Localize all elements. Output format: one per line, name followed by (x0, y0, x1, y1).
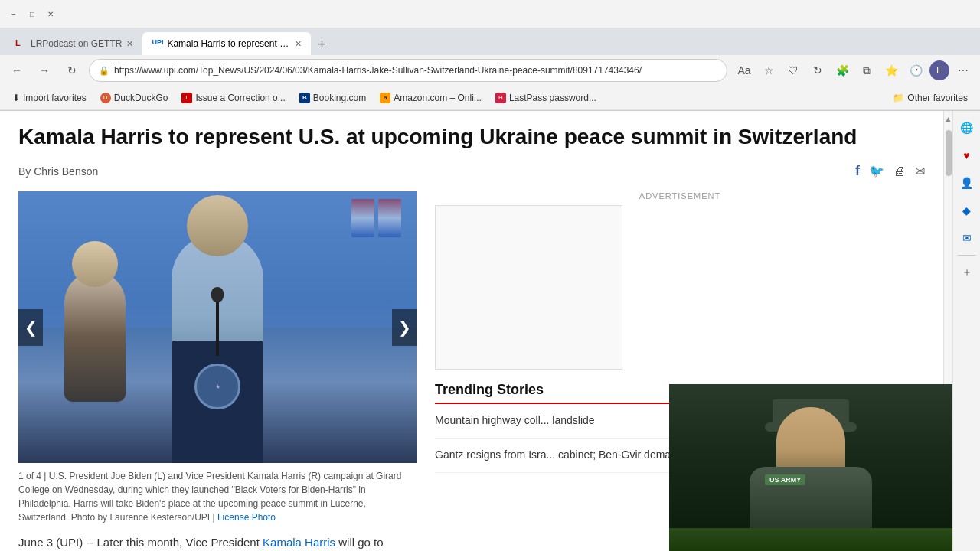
refresh-sync-button[interactable]: ↻ (807, 60, 828, 81)
bookmark-duckduckgo[interactable]: D DuckDuckGo (94, 90, 175, 106)
video-shoulders: US ARMY (750, 467, 872, 528)
forward-button[interactable]: → (34, 60, 55, 81)
settings-button[interactable]: ⋯ (952, 60, 974, 81)
address-text: https://www.upi.com/Top_News/US/2024/06/… (114, 65, 717, 76)
slide-next-button[interactable]: ❯ (392, 309, 416, 346)
sidebar-icon-email[interactable]: ✉ (956, 227, 978, 249)
advertisement-box: ADVERTISEMENT (435, 191, 925, 370)
sidebar-icon-user[interactable]: 👤 (956, 172, 978, 194)
tab-title-lrpodcast: LRPodcast on GETTR (31, 38, 122, 49)
photo-figure-left (64, 272, 126, 402)
reader-view-button[interactable]: Aa (733, 60, 755, 81)
bookmark-favicon: a (380, 93, 390, 103)
tab-close-upi[interactable]: ✕ (295, 39, 302, 49)
tab-close-lrpodcast[interactable]: ✕ (126, 39, 133, 49)
microphone (216, 295, 219, 356)
advertisement-label: ADVERTISEMENT (435, 191, 925, 201)
article-left: ★ ❮ ❯ 1 of 4 | U.S. President Joe B (18, 191, 416, 551)
sidebar-icon-add[interactable]: ＋ (956, 262, 978, 283)
bookmark-label: Booking.com (313, 93, 366, 103)
other-favorites-label: Other favorites (907, 93, 968, 103)
tab-favicon-upi: UPI (152, 38, 162, 49)
browser-action-buttons: Aa ☆ 🛡 ↻ 🧩 ⧉ ⭐ 🕐 E ⋯ (733, 60, 974, 81)
extensions-button[interactable]: 🧩 (831, 60, 853, 81)
bookmark-label: LastPass password... (509, 93, 596, 103)
print-icon[interactable]: 🖨 (893, 165, 906, 178)
video-overlay[interactable]: US ARMY (669, 384, 952, 551)
tab-lrpodcast[interactable]: L LRPodcast on GETTR ✕ (6, 32, 142, 55)
photo-caption: 1 of 4 | U.S. President Joe Biden (L) an… (18, 469, 416, 524)
sidebar-icon-heart[interactable]: ♥ (956, 145, 978, 166)
bookmark-issue-correction[interactable]: L Issue a Correction o... (175, 90, 291, 106)
article-intro-text: June 3 (UPI) -- Later this month, Vice P… (18, 533, 416, 551)
slideshow: ★ ❮ ❯ (18, 191, 416, 463)
lock-icon: 🔒 (99, 66, 109, 76)
browser-chrome: − □ ✕ L LRPodcast on GETTR ✕ UPI Kamala … (0, 0, 980, 111)
bookmark-booking[interactable]: B Booking.com (293, 90, 372, 106)
military-patch: US ARMY (765, 474, 805, 485)
article-photo: ★ (18, 191, 416, 463)
other-favorites-button[interactable]: 📁 Other favorites (887, 90, 974, 106)
bookmark-icon: ⬇ (12, 93, 20, 103)
bookmark-duckduckgo-favicon: D (100, 93, 111, 103)
right-sidebar: 🌐 ♥ 👤 ◆ ✉ ＋ (952, 111, 980, 551)
ad-placeholder (435, 205, 622, 370)
mic-head (211, 287, 224, 302)
video-person: US ARMY (669, 384, 952, 551)
podium: ★ (172, 341, 263, 463)
tab-favicon-lrpodcast: L (15, 38, 26, 49)
sidebar-icon-diamond[interactable]: ◆ (956, 200, 978, 221)
address-bar[interactable]: 🔒 https://www.upi.com/Top_News/US/2024/0… (89, 59, 727, 82)
bookmark-favicon: B (299, 93, 310, 103)
window-maximize-button[interactable]: □ (24, 6, 40, 21)
profile-button[interactable]: E (929, 60, 949, 80)
facebook-share-icon[interactable]: f (855, 163, 860, 179)
kamala-harris-link[interactable]: Kamala Harris (263, 536, 335, 549)
bookmark-import-favorites[interactable]: ⬇ Import favorites (6, 90, 93, 106)
address-bar-row: ← → ↻ 🔒 https://www.upi.com/Top_News/US/… (0, 55, 980, 86)
window-minimize-button[interactable]: − (6, 6, 21, 21)
refresh-button[interactable]: ↻ (61, 60, 83, 81)
folder-icon: 📁 (893, 93, 904, 103)
window-close-button[interactable]: ✕ (43, 6, 58, 21)
presidential-seal: ★ (194, 364, 240, 409)
email-share-icon[interactable]: ✉ (915, 164, 925, 178)
bookmark-amazon[interactable]: a Amazon.com – Onli... (374, 90, 488, 106)
bookmark-label: Import favorites (23, 93, 87, 103)
bookmark-label: Amazon.com – Onli... (394, 93, 482, 103)
bookmark-label: DuckDuckGo (114, 93, 168, 103)
sidebar-icon-globe[interactable]: 🌐 (956, 117, 978, 139)
bookmark-favicon: H (495, 93, 506, 103)
scroll-thumb[interactable] (946, 130, 952, 176)
title-bar: − □ ✕ (0, 0, 980, 28)
share-icons: f 🐦 🖨 ✉ (855, 163, 925, 179)
twitter-share-icon[interactable]: 🐦 (869, 164, 884, 178)
favorites-button[interactable]: ☆ (758, 60, 779, 81)
sidebar-separator (958, 255, 976, 256)
bookmark-label: Issue a Correction o... (195, 93, 285, 103)
article-title: Kamala Harris to represent U.S. at upcom… (18, 123, 925, 151)
author-byline: By Chris Benson (18, 165, 98, 178)
shield-button[interactable]: 🛡 (782, 60, 804, 81)
bookmark-favicon: L (181, 93, 192, 103)
tab-title-upi: Kamala Harris to represent U.S.... (167, 38, 290, 49)
license-photo-link[interactable]: License Photo (217, 512, 276, 523)
bookmarks-bar: ⬇ Import favorites D DuckDuckGo L Issue … (0, 86, 980, 110)
tab-upi[interactable]: UPI Kamala Harris to represent U.S.... ✕ (142, 32, 311, 55)
bookmark-lastpass[interactable]: H LastPass password... (489, 90, 603, 106)
author-line: By Chris Benson f 🐦 🖨 ✉ (18, 163, 925, 179)
favorites-bar-button[interactable]: ⭐ (880, 60, 902, 81)
tab-bar: L LRPodcast on GETTR ✕ UPI Kamala Harris… (0, 28, 980, 55)
new-tab-button[interactable]: + (311, 34, 332, 55)
back-button[interactable]: ← (6, 60, 28, 81)
slide-prev-button[interactable]: ❮ (18, 309, 43, 346)
split-screen-button[interactable]: ⧉ (856, 60, 877, 81)
history-button[interactable]: 🕐 (905, 60, 926, 81)
